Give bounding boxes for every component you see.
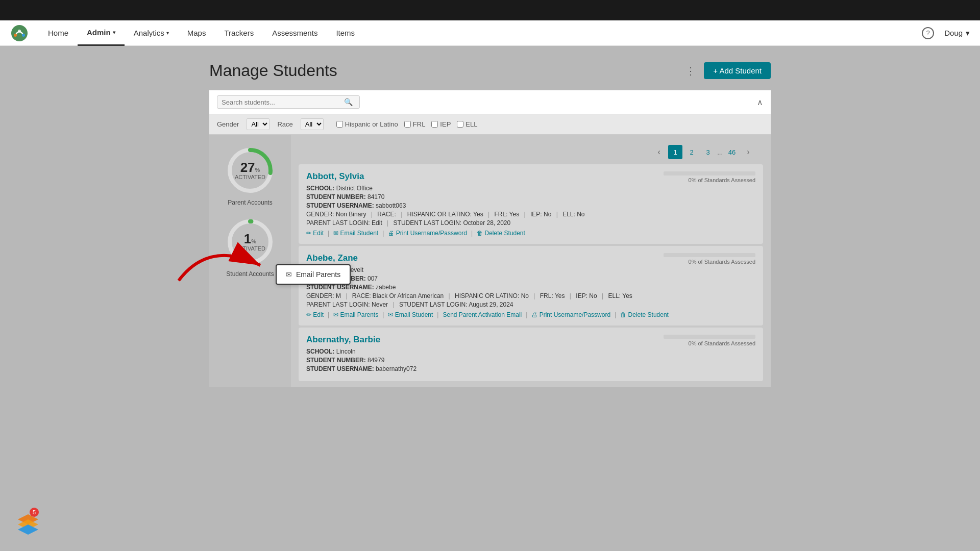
student-circle-text: 1% ACTIVATED — [235, 232, 265, 252]
standards-bar-abernathy: 0% of Standards Assessed — [664, 335, 755, 346]
student-card-abbott: 0% of Standards Assessed Abbott, Sylvia … — [299, 164, 763, 244]
standards-label-abernathy: 0% of Standards Assessed — [664, 340, 755, 346]
print-abbott[interactable]: 🖨 Print Username/Password — [388, 230, 467, 237]
help-button[interactable]: ? — [922, 27, 934, 39]
edit-abbott[interactable]: ✏ Edit — [306, 230, 324, 237]
parent-percent-number: 27% — [235, 161, 265, 174]
page-dots: ... — [717, 148, 723, 156]
user-menu[interactable]: Doug ▾ — [944, 29, 970, 38]
student-number-abernathy: STUDENT NUMBER: 84979 — [306, 357, 755, 364]
standards-bar-bg-abernathy — [664, 335, 755, 339]
hispanic-checkbox[interactable] — [336, 121, 343, 128]
nav-home[interactable]: Home — [39, 20, 78, 46]
student-accounts-stat: 1% ACTIVATED Student Accounts — [225, 216, 276, 278]
parent-circle: 27% ACTIVATED — [225, 145, 276, 196]
student-number-abbott: STUDENT NUMBER: 84170 — [306, 193, 755, 201]
ell-checkbox[interactable] — [457, 121, 463, 128]
parent-accounts-label: Parent Accounts — [228, 199, 272, 206]
email-parents-abebe[interactable]: ✉ Email Parents — [333, 311, 378, 318]
page-1-button[interactable]: 1 — [668, 145, 682, 159]
ell-filter[interactable]: ELL — [457, 120, 477, 128]
nav-items[interactable]: Items — [327, 20, 364, 46]
search-icon: 🔍 — [344, 98, 353, 106]
nav-assessments[interactable]: Assessments — [263, 20, 327, 46]
main-navbar: Home Admin ▾ Analytics ▾ Maps Trackers A… — [0, 20, 980, 46]
nav-items-label: Items — [336, 29, 355, 37]
send-activation-abebe[interactable]: Send Parent Activation Email — [443, 311, 522, 318]
parent-circle-text: 27% ACTIVATED — [235, 161, 265, 180]
nav-maps[interactable]: Maps — [178, 20, 215, 46]
student-school-abbott: SCHOOL: District Office — [306, 185, 755, 192]
nav-trackers-label: Trackers — [224, 29, 254, 37]
frl-checkbox[interactable] — [404, 121, 411, 128]
student-meta1-abbott: GENDER: Non Binary | RACE: | HISPANIC OR… — [306, 211, 755, 218]
student-activated-label: ACTIVATED — [235, 245, 265, 252]
search-input[interactable] — [222, 98, 344, 106]
email-parents-popup-icon: ✉ — [286, 270, 292, 279]
pagination: ‹ 1 2 3 ... 46 › — [299, 140, 763, 164]
email-parents-popup-label: Email Parents — [296, 270, 340, 279]
delete-abbott[interactable]: 🗑 Delete Student — [477, 230, 525, 237]
student-school-abebe: SCHOOL: Roosevelt — [306, 266, 755, 273]
header-actions: ⋮ + Add Student — [682, 62, 771, 79]
student-number-abebe: STUDENT NUMBER: 007 — [306, 275, 755, 282]
search-bar: 🔍 ∧ — [209, 90, 771, 114]
student-meta2-abbott: PARENT LAST LOGIN: Edit | STUDENT LAST L… — [306, 219, 755, 227]
bottom-left-stack-icon[interactable]: 5 — [15, 510, 41, 536]
frl-filter[interactable]: FRL — [404, 120, 426, 128]
prev-page-button[interactable]: ‹ — [652, 145, 666, 159]
page-3-button[interactable]: 3 — [701, 145, 715, 159]
search-input-wrap[interactable]: 🔍 — [217, 95, 360, 109]
student-school-abernathy: SCHOOL: Lincoln — [306, 348, 755, 355]
analytics-dropdown-arrow: ▾ — [166, 30, 169, 36]
top-black-bar — [0, 0, 980, 20]
nav-admin-label: Admin — [87, 28, 111, 37]
student-username-abernathy: STUDENT USERNAME: babernathy072 — [306, 365, 755, 372]
hispanic-filter[interactable]: Hispanic or Latino — [336, 120, 398, 128]
admin-dropdown-arrow: ▾ — [113, 30, 115, 35]
nav-analytics[interactable]: Analytics ▾ — [125, 20, 178, 46]
filter-bar: Gender All Race All Hispanic or Latino F… — [209, 114, 771, 135]
nav-trackers[interactable]: Trackers — [215, 20, 263, 46]
svg-point-2 — [14, 34, 17, 37]
edit-abebe[interactable]: ✏ Edit — [306, 311, 324, 318]
page-header: Manage Students ⋮ + Add Student — [209, 61, 771, 80]
delete-abebe[interactable]: 🗑 Delete Student — [620, 311, 669, 318]
student-meta1-abebe: GENDER: M | RACE: Black Or African Ameri… — [306, 292, 755, 299]
email-parents-popup[interactable]: ✉ Email Parents — [276, 264, 351, 285]
more-options-button[interactable]: ⋮ — [682, 63, 699, 79]
student-card-abebe: 0% of Standards Assessed Abebe, Zane SCH… — [299, 246, 763, 325]
collapse-button[interactable]: ∧ — [757, 97, 763, 107]
gender-filter-select[interactable]: All — [247, 118, 270, 130]
next-page-button[interactable]: › — [741, 145, 755, 159]
email-student-abbott[interactable]: ✉ Email Student — [333, 230, 378, 237]
filter-checkboxes: Hispanic or Latino FRL IEP ELL — [336, 120, 478, 128]
nav-home-label: Home — [48, 29, 68, 37]
nav-admin[interactable]: Admin ▾ — [78, 20, 125, 46]
stack-logo: 5 — [15, 510, 41, 536]
iep-checkbox[interactable] — [431, 121, 438, 128]
standards-bar-abebe: 0% of Standards Assessed — [664, 253, 755, 265]
nav-analytics-label: Analytics — [134, 29, 164, 37]
student-card-abernathy: 0% of Standards Assessed Abernathy, Barb… — [299, 328, 763, 381]
parent-activated-label: ACTIVATED — [235, 174, 265, 180]
page-2-button[interactable]: 2 — [684, 145, 699, 159]
student-percent-sign: % — [251, 238, 256, 244]
page-title: Manage Students — [209, 61, 337, 80]
standards-bar-bg-abbott — [664, 171, 755, 176]
sidebar-stats: 27% ACTIVATED Parent Accounts 1% ACTIVAT… — [209, 135, 291, 387]
student-username-abebe: STUDENT USERNAME: zabebe — [306, 284, 755, 291]
add-student-button[interactable]: + Add Student — [704, 62, 771, 79]
iep-filter[interactable]: IEP — [431, 120, 451, 128]
email-student-abebe[interactable]: ✉ Email Student — [388, 311, 433, 318]
race-filter-label: Race — [277, 120, 292, 128]
user-dropdown-arrow: ▾ — [966, 29, 970, 38]
print-abebe[interactable]: 🖨 Print Username/Password — [531, 311, 610, 318]
standards-bar-abbott: 0% of Standards Assessed — [664, 171, 755, 183]
page-46-button[interactable]: 46 — [725, 145, 739, 159]
parent-accounts-stat: 27% ACTIVATED Parent Accounts — [225, 145, 276, 206]
race-filter-select[interactable]: All — [301, 118, 324, 130]
standards-bar-bg-abebe — [664, 253, 755, 257]
svg-point-1 — [18, 30, 21, 33]
app-logo[interactable] — [10, 24, 29, 42]
